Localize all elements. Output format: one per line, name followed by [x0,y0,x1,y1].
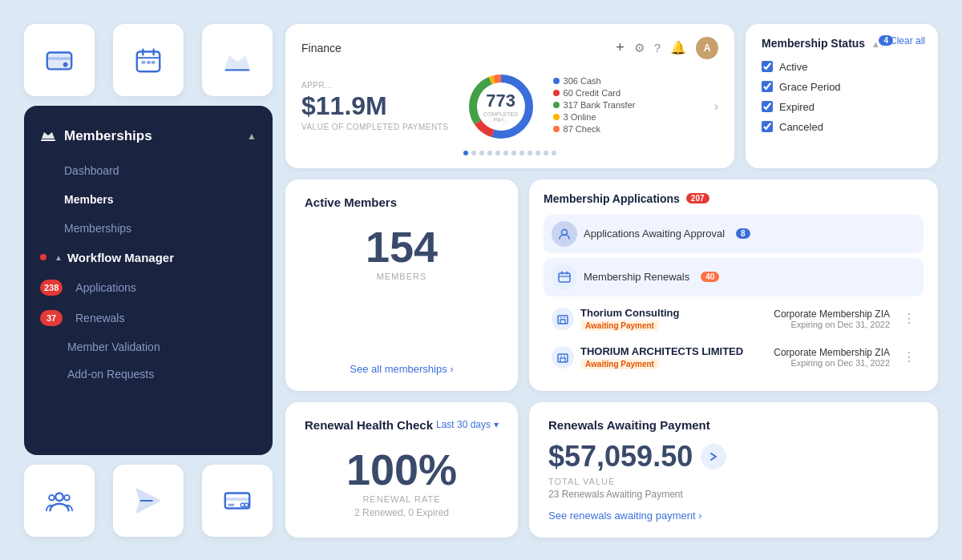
active-members-card: Active Members 154 MEMBERS See all membe… [285,179,518,391]
svg-rect-22 [228,503,235,506]
carousel-dots [301,151,718,155]
finance-header: Finance + ⚙ ? 🔔 A [301,37,718,59]
carousel-dot-0[interactable] [463,151,468,155]
rh-filter[interactable]: Last 30 days ▾ [436,419,499,430]
legend-online: 3 Online [564,112,596,122]
app-item-1-content: Thorium Consulting Awaiting Payment [580,307,767,331]
settings-icon[interactable]: ⚙ [634,41,645,55]
finance-amount: $11.9M [301,91,449,121]
svg-rect-2 [47,57,71,60]
svg-rect-8 [141,60,145,63]
carousel-dot-2[interactable] [479,151,484,155]
workflow-manager-header[interactable]: ▲ Workflow Manager [24,243,273,272]
app-item-2-status: Awaiting Payment [580,359,659,369]
sidebar-item-applications[interactable]: 238 Applications [24,272,273,303]
app-item-2: THORIUM ARCHITECTS LIMITED Awaiting Paym… [544,340,924,375]
app-item-1-name: Thorium Consulting [580,307,767,319]
carousel-dot-9[interactable] [536,151,540,155]
ms-clear-all[interactable]: Clear all [890,35,925,46]
donut-center: 773 COMPLETED PAY... [483,91,519,123]
add-icon[interactable]: + [616,39,624,56]
carousel-dot-8[interactable] [527,151,532,155]
notification-icon-wrap[interactable]: 🔔 [670,40,686,55]
app-item-2-right: Corporate Membership ZIA Expiring on Dec… [774,347,890,368]
ms-grace-checkbox[interactable] [762,81,773,92]
app-item-2-more[interactable]: ⋮ [903,349,916,365]
rp-sub: 23 Renewals Awaiting Payment [548,489,919,500]
bottom-icon-row [24,465,273,537]
renewal-health-card: Renewal Health Check Last 30 days ▾ 100%… [285,402,518,538]
send-icon-card[interactable] [113,465,184,537]
app-item-1-right: Corporate Membership ZIA Expiring on Dec… [774,308,890,329]
donut-chart: 773 COMPLETED PAY... [465,71,537,143]
rh-label: RENEWAL RATE [362,494,440,504]
app-item-1-expiry: Expiring on Dec 31, 2022 [774,320,890,329]
svg-point-16 [49,494,55,500]
memberships-chevron: ▲ [247,131,257,142]
finance-label-small: APPR... [301,81,449,90]
main-content: Finance + ⚙ ? 🔔 A APPR... [285,24,938,537]
app-item-1-more[interactable]: ⋮ [903,311,916,326]
sidebar-item-dashboard[interactable]: Dashboard [24,156,273,185]
app-item-1-icon [552,308,574,330]
active-members-title: Active Members [305,195,397,209]
card-icon-card[interactable] [202,465,273,537]
ms-active-checkbox[interactable] [762,61,773,72]
nav-crown-icon [40,127,56,147]
crown-icon-card[interactable] [202,24,273,96]
awaiting-approval-row[interactable]: Applications Awaiting Approval 8 [544,215,924,253]
wallet-icon-card[interactable] [24,24,95,96]
help-icon[interactable]: ? [654,41,661,54]
renewals-payment-card: Renewals Awaiting Payment $57,059.50 TOT… [529,402,938,538]
svg-rect-0 [47,52,71,69]
nav-header-memberships[interactable]: Memberships ▲ [24,120,273,156]
donut-sublabel: COMPLETED PAY... [483,111,519,123]
app-item-2-content: THORIUM ARCHITECTS LIMITED Awaiting Paym… [580,345,767,369]
app-item-1-membership: Corporate Membership ZIA [774,308,890,320]
community-icon-card[interactable] [24,465,95,537]
workflow-chevron-left: ▲ [55,253,63,262]
awaiting-approval-badge: 8 [736,228,750,239]
membership-status-card: Membership Status ▲ 4 Clear all Active G… [746,24,938,168]
sidebar: Memberships ▲ Dashboard Members Membersh… [24,24,273,537]
carousel-dot-1[interactable] [471,151,476,155]
carousel-dot-7[interactable] [519,151,524,155]
donut-number: 773 [483,91,519,111]
carousel-dot-6[interactable] [511,151,516,155]
svg-marker-13 [42,132,55,139]
ms-expired-checkbox[interactable] [762,101,773,112]
carousel-dot-5[interactable] [503,151,508,155]
rp-arrow-button[interactable] [701,444,726,469]
rp-amount-row: $57,059.50 [548,440,919,473]
user-avatar[interactable]: A [696,37,718,59]
carousel-dot-11[interactable] [552,151,556,155]
svg-rect-32 [559,273,570,282]
ms-active-item: Active [762,61,922,73]
carousel-dot-3[interactable] [487,151,492,155]
sidebar-item-addon-requests[interactable]: Add-on Requests [24,361,273,388]
calendar-icon-card[interactable] [113,24,184,96]
top-icon-row [24,24,273,96]
membership-renewals-badge: 40 [701,272,719,282]
membership-renewals-row[interactable]: Membership Renewals 40 [544,258,924,296]
sidebar-item-member-validation[interactable]: Member Validation [24,333,273,361]
svg-rect-10 [152,60,156,63]
app-item-1: Thorium Consulting Awaiting Payment Corp… [544,301,924,336]
app-item-1-badge-row: Awaiting Payment [580,320,767,331]
ms-header: Membership Status ▲ 4 Clear all [762,37,922,50]
sidebar-item-members[interactable]: Members [24,185,273,214]
svg-point-17 [64,494,70,500]
carousel-dot-10[interactable] [544,151,548,155]
rh-title: Renewal Health Check [305,418,433,432]
ms-canceled-checkbox[interactable] [762,121,773,132]
nav-panel: Memberships ▲ Dashboard Members Membersh… [24,106,273,455]
see-all-memberships-link[interactable]: See all memberships › [350,350,453,375]
sidebar-item-memberships[interactable]: Memberships [24,214,273,243]
ms-expired-item: Expired [762,101,922,113]
svg-point-15 [55,493,63,501]
finance-next-arrow[interactable]: › [714,99,718,114]
active-members-count: 154 [366,225,438,268]
see-renewals-link[interactable]: See renewals awaiting payment › [548,510,919,522]
carousel-dot-4[interactable] [495,151,500,155]
sidebar-item-renewals[interactable]: 37 Renewals [24,303,273,333]
